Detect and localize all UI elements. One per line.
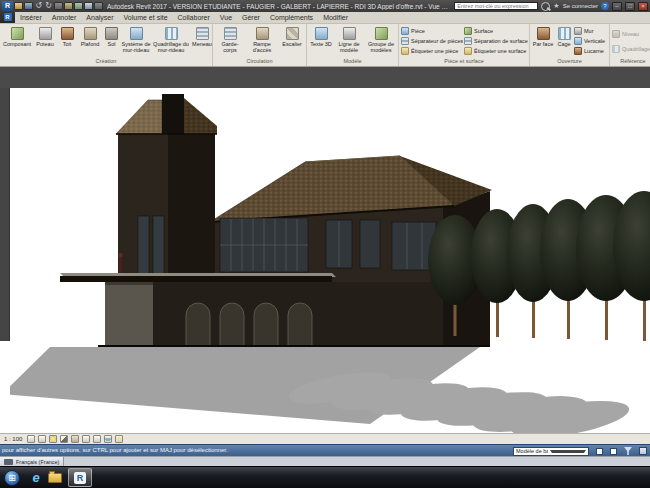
start-button[interactable] [4, 470, 20, 486]
lower-wall-grey[interactable] [105, 282, 153, 346]
escalier-button[interactable]: Escalier [279, 25, 305, 57]
revit-logo-icon[interactable] [2, 1, 13, 11]
etiqueter-piece-button[interactable]: Étiqueter une pièce [401, 46, 463, 56]
minimize-button[interactable] [612, 2, 622, 11]
cage-button[interactable]: Cage [555, 25, 573, 57]
poteau-button[interactable]: Poteau [33, 25, 57, 57]
ligne-modele-button[interactable]: Ligne de modèle [334, 25, 364, 57]
tower-roof-right-slope[interactable] [184, 98, 217, 134]
measure-icon[interactable] [64, 2, 73, 10]
tree-trunk[interactable] [643, 299, 646, 341]
tab-analyser[interactable]: Analyser [81, 12, 118, 23]
tower-right-wall[interactable] [168, 132, 215, 278]
panel-label-modele[interactable]: Modèle [307, 57, 398, 66]
close-button[interactable] [638, 2, 648, 11]
verticale-button[interactable]: Verticale [574, 36, 608, 46]
panel-label-reference[interactable]: Référence [610, 57, 650, 66]
tab-complements[interactable]: Compléments [265, 12, 318, 23]
composant-button[interactable]: Composant [2, 25, 32, 57]
redo-icon[interactable]: ↻ [44, 2, 53, 10]
design-options-dropdown[interactable]: Modèle de base [513, 447, 589, 456]
exclude-options-checkbox[interactable] [610, 448, 617, 455]
sign-in-button[interactable]: Se connecter [563, 3, 598, 9]
systeme-mur-rideau-button[interactable]: Système de mur-rideau [120, 25, 152, 57]
open-icon[interactable] [14, 2, 23, 10]
print-icon[interactable] [54, 2, 63, 10]
rampe-acces-button[interactable]: Rampe d'accès [246, 25, 278, 57]
collapsed-panel-strip[interactable] [0, 88, 10, 341]
quadrillage-mur-rideau-button[interactable]: Quadrillage du mur-rideau [153, 25, 189, 57]
save-icon[interactable] [24, 2, 33, 10]
building-base-line [98, 345, 490, 347]
dimension-icon[interactable] [74, 2, 83, 10]
visual-style-icon[interactable] [38, 435, 46, 443]
panel-label-creation[interactable]: Création [0, 57, 212, 66]
tree-trunk[interactable] [567, 299, 570, 339]
scale-button[interactable]: 1 : 100 [4, 436, 22, 442]
niveau-button[interactable]: Niveau [612, 29, 650, 39]
tab-annoter[interactable]: Annoter [47, 12, 82, 23]
favorites-icon[interactable] [553, 2, 559, 10]
editable-only-checkbox[interactable] [596, 448, 603, 455]
meneau-button[interactable]: Meneau [190, 25, 214, 57]
selection-filter-icon[interactable] [624, 447, 632, 455]
tower-roof-wall[interactable] [162, 94, 184, 134]
toit-button[interactable]: Toit [58, 25, 76, 57]
revit-taskbar-button[interactable] [68, 468, 92, 487]
lucarne-button[interactable]: Lucarne [574, 46, 608, 56]
crop-view-icon[interactable] [82, 435, 90, 443]
tab-inserer[interactable]: Insérer [15, 12, 47, 23]
plafond-button[interactable]: Plafond [77, 25, 103, 57]
terrace-slab-edge[interactable] [60, 276, 332, 282]
garde-corps-button[interactable]: Garde-corps [215, 25, 245, 57]
building-model[interactable] [60, 94, 492, 347]
worksets-status-icon[interactable] [639, 447, 647, 455]
language-indicator[interactable]: Français (France) [0, 457, 64, 466]
undo-icon[interactable]: ↺ [34, 2, 43, 10]
tower-roof-left-slope[interactable] [116, 100, 162, 134]
tree-trunk[interactable] [605, 299, 608, 340]
panel-label-circulation[interactable]: Circulation [213, 57, 306, 66]
par-face-button[interactable]: Par face [532, 25, 554, 57]
maximize-button[interactable] [625, 2, 635, 11]
explorer-folder-icon[interactable] [48, 473, 62, 483]
quadrillage-button[interactable]: Quadrillage [612, 44, 650, 54]
3d-view-canvas[interactable] [10, 88, 650, 433]
drawing-area[interactable] [0, 88, 650, 433]
detail-level-icon[interactable] [27, 435, 35, 443]
sol-button[interactable]: Sol [104, 25, 119, 57]
texte-3d-button[interactable]: Texte 3D [309, 25, 333, 57]
tree-trunk[interactable] [532, 300, 535, 338]
tab-volume-et-site[interactable]: Volume et site [119, 12, 173, 23]
search-input[interactable] [454, 2, 538, 10]
tab-collaborer[interactable]: Collaborer [173, 12, 215, 23]
sun-path-icon[interactable] [49, 435, 57, 443]
person-figure[interactable] [119, 257, 122, 273]
person-figure[interactable] [118, 253, 122, 257]
tree-trunk[interactable] [496, 301, 499, 337]
mur-ouverture-button[interactable]: Mur [574, 26, 608, 36]
etiqueter-surface-button[interactable]: Étiqueter une surface [464, 46, 528, 56]
internet-explorer-icon[interactable] [28, 470, 44, 486]
temporary-hide-isolate-icon[interactable] [104, 435, 112, 443]
panel-label-ouverture[interactable]: Ouverture [530, 57, 609, 66]
reveal-hidden-elements-icon[interactable] [115, 435, 123, 443]
file-menu-button[interactable] [0, 11, 15, 23]
rendering-dialog-icon[interactable] [71, 435, 79, 443]
shadows-icon[interactable] [60, 435, 68, 443]
search-icon[interactable] [541, 2, 550, 11]
tab-modifier[interactable]: Modifier [318, 12, 353, 23]
crop-region-icon[interactable] [93, 435, 101, 443]
help-icon[interactable] [601, 2, 609, 10]
separation-surface-button[interactable]: Séparation de surface [464, 36, 528, 46]
tab-vue[interactable]: Vue [215, 12, 237, 23]
groupe-modeles-button[interactable]: Groupe de modèles [365, 25, 397, 57]
section-icon[interactable] [94, 2, 103, 10]
tree-trunk[interactable] [454, 300, 457, 336]
panel-label-piece-surface[interactable]: Pièce et surface [399, 57, 529, 66]
3d-view-icon[interactable] [84, 2, 93, 10]
tab-gerer[interactable]: Gérer [237, 12, 265, 23]
surface-button[interactable]: Surface [464, 26, 528, 36]
piece-button[interactable]: Pièce [401, 26, 463, 36]
separateur-pieces-button[interactable]: Séparateur de pièces [401, 36, 463, 46]
